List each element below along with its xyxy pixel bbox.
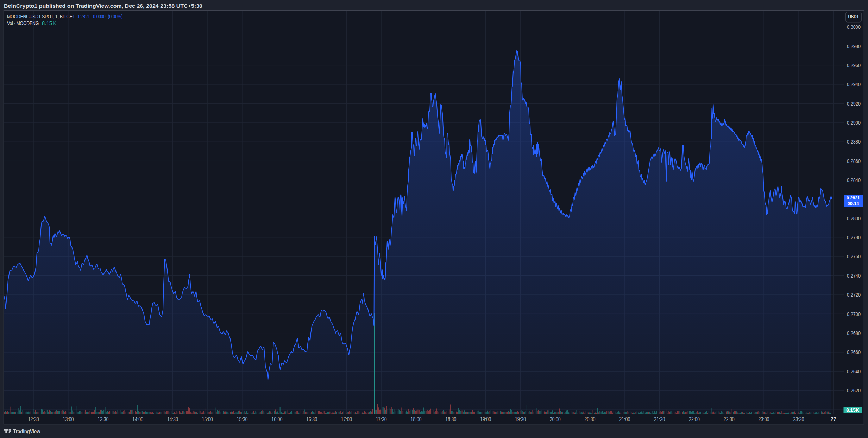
svg-text:23:00: 23:00 bbox=[759, 416, 769, 423]
svg-text:0.2800: 0.2800 bbox=[847, 216, 861, 221]
svg-text:0.2660: 0.2660 bbox=[847, 349, 861, 355]
svg-text:0.2940: 0.2940 bbox=[847, 82, 861, 87]
svg-text:0.2821: 0.2821 bbox=[847, 195, 860, 201]
svg-text:12:30: 12:30 bbox=[28, 416, 39, 423]
svg-text:0.2680: 0.2680 bbox=[847, 330, 861, 336]
svg-text:Vol · MOODENG: Vol · MOODENG bbox=[7, 20, 39, 26]
svg-text:21:00: 21:00 bbox=[619, 416, 630, 423]
svg-text:0.2780: 0.2780 bbox=[847, 235, 861, 240]
svg-text:17:30: 17:30 bbox=[376, 416, 387, 423]
svg-text:8.15: 8.15 bbox=[42, 20, 52, 26]
svg-text:0.2700: 0.2700 bbox=[847, 311, 861, 317]
svg-text:15:30: 15:30 bbox=[237, 416, 248, 423]
svg-text:0.2860: 0.2860 bbox=[847, 158, 861, 164]
svg-text:13:00: 13:00 bbox=[63, 416, 74, 423]
svg-text:17:00: 17:00 bbox=[341, 416, 352, 423]
svg-text:22:00: 22:00 bbox=[689, 416, 700, 423]
svg-text:20:30: 20:30 bbox=[585, 416, 596, 423]
svg-text:14:30: 14:30 bbox=[167, 416, 178, 423]
svg-text:(0.00%): (0.00%) bbox=[108, 14, 123, 19]
svg-text:0.2720: 0.2720 bbox=[847, 292, 861, 298]
svg-text:0.2920: 0.2920 bbox=[847, 101, 861, 107]
svg-text:TradingView: TradingView bbox=[13, 428, 41, 435]
svg-text:13:30: 13:30 bbox=[98, 416, 108, 423]
svg-text:0.2960: 0.2960 bbox=[847, 63, 861, 68]
svg-text:00:14: 00:14 bbox=[848, 201, 859, 206]
svg-text:21:30: 21:30 bbox=[654, 416, 665, 423]
svg-text:15:00: 15:00 bbox=[202, 416, 213, 423]
svg-text:19:30: 19:30 bbox=[515, 416, 526, 423]
svg-text:18:30: 18:30 bbox=[445, 416, 456, 423]
svg-text:0.2840: 0.2840 bbox=[847, 177, 861, 183]
svg-text:USDT: USDT bbox=[848, 14, 859, 19]
svg-text:18:00: 18:00 bbox=[411, 416, 422, 423]
svg-text:0.2760: 0.2760 bbox=[847, 254, 861, 259]
svg-text:8.15K: 8.15K bbox=[846, 407, 859, 413]
svg-text:27: 27 bbox=[831, 416, 836, 423]
svg-text:0.3000: 0.3000 bbox=[847, 24, 861, 30]
svg-text:0.2980: 0.2980 bbox=[847, 44, 861, 49]
svg-text:MOODENGUSDT SPOT, 1, BITGET: MOODENGUSDT SPOT, 1, BITGET bbox=[7, 14, 75, 19]
svg-text:16:30: 16:30 bbox=[306, 416, 317, 423]
svg-text:0.2740: 0.2740 bbox=[847, 273, 861, 279]
svg-text:20:00: 20:00 bbox=[550, 416, 561, 423]
svg-text:23:30: 23:30 bbox=[793, 416, 804, 423]
svg-text:22:30: 22:30 bbox=[724, 416, 735, 423]
svg-text:0.2900: 0.2900 bbox=[847, 120, 861, 126]
svg-text:19:00: 19:00 bbox=[480, 416, 491, 423]
svg-text:0.2880: 0.2880 bbox=[847, 139, 861, 145]
svg-text:0.0000: 0.0000 bbox=[93, 14, 106, 19]
svg-text:14:00: 14:00 bbox=[132, 416, 143, 423]
svg-text:0.2821: 0.2821 bbox=[77, 14, 90, 19]
svg-text:16:00: 16:00 bbox=[271, 416, 282, 423]
svg-text:0.2640: 0.2640 bbox=[847, 369, 861, 374]
svg-text:BeInCrypto1 published on Tradi: BeInCrypto1 published on TradingView.com… bbox=[4, 3, 202, 9]
svg-text:K: K bbox=[53, 20, 56, 26]
svg-text:0.2620: 0.2620 bbox=[847, 388, 861, 393]
